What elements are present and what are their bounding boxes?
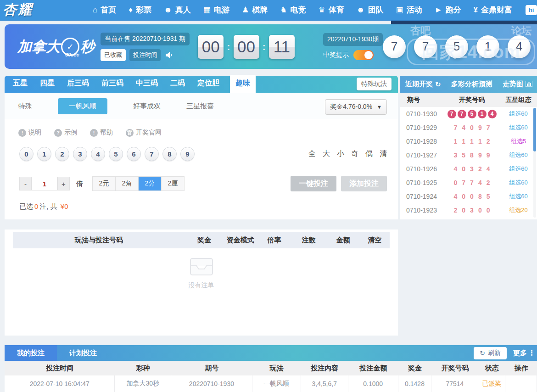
nav-item-首页[interactable]: ⌂首页 (93, 5, 116, 15)
quick-bet-button[interactable]: 一键投注 (291, 176, 336, 191)
combo-link[interactable]: 组选20 (500, 206, 537, 214)
draw-digit: 4 (478, 179, 482, 186)
tab-中三码[interactable]: 中三码 (134, 75, 160, 93)
subtab-一帆风顺[interactable]: 一帆风顺 (58, 98, 107, 114)
betslip-col-清空[interactable]: 清空 (360, 236, 389, 245)
win-tip-toggle[interactable] (353, 50, 374, 60)
tab-前三码[interactable]: 前三码 (100, 75, 125, 93)
combo-link[interactable]: 组选5 (500, 137, 537, 146)
info-badge-icon: ? (54, 129, 62, 137)
nav-item-金鼎财富[interactable]: ¥金鼎财富 (473, 5, 512, 15)
number-ball-4[interactable]: 4 (91, 147, 105, 161)
info-link-帮助[interactable]: !帮助 (90, 129, 113, 137)
refresh-icon[interactable]: ↻ (435, 80, 441, 89)
number-ball-1[interactable]: 1 (37, 147, 51, 161)
number-ball-5[interactable]: 5 (109, 147, 123, 161)
combo-link[interactable]: 组选60 (500, 110, 537, 118)
number-ball-2[interactable]: 2 (55, 147, 69, 161)
unit-2厘[interactable]: 2厘 (162, 177, 185, 190)
multiplier-value[interactable]: 1 (32, 177, 57, 190)
info-link-开奖官网[interactable]: 官开奖官网 (126, 129, 162, 137)
quick-pick-奇[interactable]: 奇 (351, 149, 358, 159)
clock-check: ✓ (67, 42, 73, 52)
bet-cell-状态: 已派奖 (478, 375, 505, 392)
info-link-示例[interactable]: ?示例 (54, 129, 77, 137)
favorite-button[interactable]: 已收藏 (101, 49, 126, 61)
multiplier-minus-button[interactable]: - (19, 177, 32, 190)
info-badge-icon: ! (90, 129, 98, 137)
tab-后三码[interactable]: 后三码 (65, 75, 91, 93)
analysis-tab[interactable]: 多彩分析预测 (451, 80, 492, 89)
quick-pick-大[interactable]: 大 (323, 149, 330, 159)
combo-link[interactable]: 组选60 (500, 123, 537, 132)
unit-2元[interactable]: 2元 (93, 177, 116, 190)
bet-slip-panel: 玩法与投注号码奖金资金模式倍率注数金额清空 没有注单 (5, 230, 398, 336)
speaker-icon[interactable] (165, 51, 173, 59)
nav-item-彩票[interactable]: ♦彩票 (129, 5, 151, 15)
nav-item-活动[interactable]: ▣活动 (396, 5, 422, 15)
run-icon: ► (435, 6, 442, 15)
draw-digit: 0 (462, 165, 465, 173)
subtab-特殊[interactable]: 特殊 (18, 102, 32, 111)
refresh-button[interactable]: ↻ 刷新 (474, 347, 507, 359)
hi-badge-icon[interactable]: hi (526, 5, 537, 15)
combo-link[interactable]: 组选60 (500, 179, 537, 187)
toggle-knob (364, 51, 373, 59)
draw-digit: 0 (462, 193, 465, 200)
unit-2分[interactable]: 2分 (139, 177, 162, 190)
draw-digit: 7 (454, 124, 458, 131)
bar-chart-icon (526, 80, 532, 88)
tab-四星[interactable]: 四星 (38, 75, 56, 93)
nav-items: ⌂首页♦彩票☻真人▦电游♟棋牌♞电竞♛体育☻团队▣活动►跑分¥金鼎财富 (93, 5, 526, 15)
subtab-三星报喜[interactable]: 三星报喜 (186, 102, 214, 111)
quick-pick-全[interactable]: 全 (308, 149, 316, 159)
nav-item-电竞[interactable]: ♞电竞 (280, 5, 306, 15)
nav-item-团队[interactable]: ☻团队 (357, 5, 384, 15)
bets-col-投注金额: 投注金额 (348, 364, 398, 373)
sidebar-scrollbar[interactable] (533, 108, 536, 218)
draw-digit: 9 (487, 151, 490, 159)
add-bet-button[interactable]: 添加投注 (341, 176, 387, 191)
number-ball-6[interactable]: 6 (127, 147, 141, 161)
subtab-好事成双[interactable]: 好事成双 (133, 102, 161, 111)
quick-pick-小[interactable]: 小 (337, 149, 344, 159)
combo-link[interactable]: 组选60 (500, 192, 537, 201)
number-ball-8[interactable]: 8 (162, 147, 177, 161)
more-button[interactable]: 更多 ⋮ (513, 349, 535, 358)
quick-pick-偶[interactable]: 偶 (365, 149, 373, 159)
number-ball-0[interactable]: 0 (19, 147, 34, 161)
number-ball-9[interactable]: 9 (180, 147, 195, 161)
scrollbar-thumb[interactable] (533, 108, 536, 151)
draw-row: 0710-192507742组选60 (400, 176, 537, 190)
prize-rate-select[interactable]: 奖金4.76-0.0% ▼ (325, 99, 387, 115)
info-link-说明[interactable]: !说明 (18, 129, 41, 137)
tab-趣味[interactable]: 趣味 (230, 75, 256, 93)
nav-item-棋牌[interactable]: ♟棋牌 (242, 5, 268, 15)
special-play-button[interactable]: 特殊玩法 (357, 78, 392, 90)
bet-time-button[interactable]: 投注时间 (129, 49, 161, 61)
nav-item-电游[interactable]: ▦电游 (203, 5, 229, 15)
bottom-tab-我的投注[interactable]: 我的投注 (5, 345, 57, 361)
nav-item-体育[interactable]: ♛体育 (318, 5, 344, 15)
combo-link[interactable]: 组选60 (500, 165, 537, 173)
combo-link[interactable]: 组选60 (500, 151, 537, 159)
draw-period: 0710-1928 (400, 138, 444, 145)
countdown-seconds: 11 (269, 35, 295, 59)
number-ball-7[interactable]: 7 (145, 147, 159, 161)
bottom-tab-计划投注[interactable]: 计划投注 (57, 345, 109, 361)
site-logo[interactable]: 杏耀 (3, 0, 81, 19)
team-icon: ☻ (357, 6, 365, 15)
tab-五星[interactable]: 五星 (11, 75, 29, 93)
tab-定位胆[interactable]: 定位胆 (196, 75, 221, 93)
draw-digit: 4 (454, 165, 458, 173)
nav-item-跑分[interactable]: ►跑分 (435, 5, 461, 15)
trend-chart-tab[interactable]: 走势图 (503, 80, 532, 89)
tab-二码[interactable]: 二码 (168, 75, 187, 93)
nav-item-真人[interactable]: ☻真人 (164, 5, 191, 15)
quick-pick-清[interactable]: 清 (380, 149, 387, 159)
unit-2角[interactable]: 2角 (116, 177, 139, 190)
recent-draws-tab[interactable]: 近期开奖 ↻ (405, 80, 441, 89)
multiplier-plus-button[interactable]: + (57, 177, 70, 190)
number-ball-3[interactable]: 3 (73, 147, 87, 161)
clock-30sec: 30sec (65, 52, 79, 57)
